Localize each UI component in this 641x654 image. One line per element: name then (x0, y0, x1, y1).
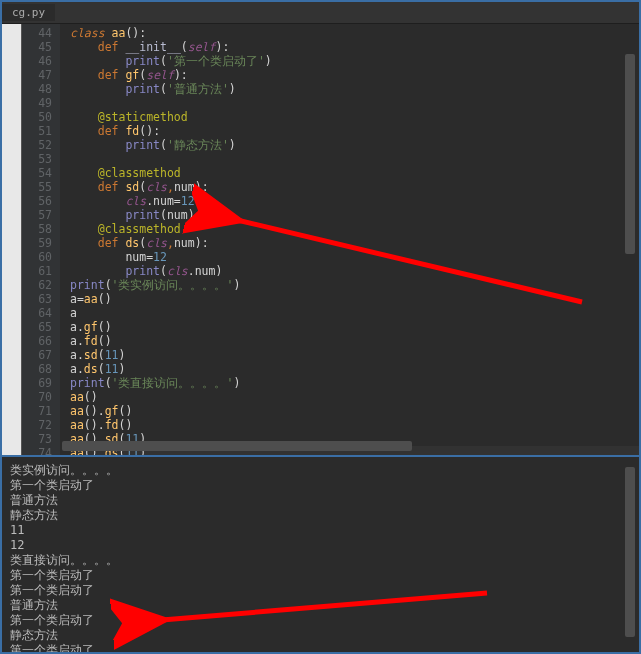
code-line[interactable]: print('静态方法') (70, 138, 639, 152)
line-number: 53 (22, 152, 52, 166)
code-line[interactable]: a.gf() (70, 320, 639, 334)
output-line: 静态方法 (10, 508, 631, 523)
code-line[interactable]: print('类直接访问。。。。') (70, 376, 639, 390)
line-number: 51 (22, 124, 52, 138)
line-number: 52 (22, 138, 52, 152)
line-number: 72 (22, 418, 52, 432)
code-line[interactable]: aa().gf() (70, 404, 639, 418)
code-line[interactable]: a (70, 306, 639, 320)
line-number: 50 (22, 110, 52, 124)
code-line[interactable]: print('第一个类启动了') (70, 54, 639, 68)
tab-bar: cg.py (2, 2, 639, 24)
output-line: 类实例访问。。。。 (10, 463, 631, 478)
output-line: 第一个类启动了 (10, 478, 631, 493)
line-number: 46 (22, 54, 52, 68)
code-line[interactable]: cls.num=12 (70, 194, 639, 208)
code-line[interactable] (70, 96, 639, 110)
line-number: 55 (22, 180, 52, 194)
code-line[interactable]: def ds(cls,num): (70, 236, 639, 250)
line-number: 67 (22, 348, 52, 362)
line-number: 61 (22, 264, 52, 278)
output-line: 11 (10, 523, 631, 538)
editor-panel: cg.py 4445464748495051525354555657585960… (2, 2, 639, 457)
line-number: 60 (22, 250, 52, 264)
line-number: 71 (22, 404, 52, 418)
output-line: 第一个类启动了 (10, 583, 631, 598)
line-number: 65 (22, 320, 52, 334)
line-number: 48 (22, 82, 52, 96)
line-number: 59 (22, 236, 52, 250)
main-container: cg.py 4445464748495051525354555657585960… (0, 0, 641, 654)
code-line[interactable]: aa() (70, 390, 639, 404)
line-number-gutter: 4445464748495051525354555657585960616263… (22, 24, 60, 455)
line-number: 54 (22, 166, 52, 180)
output-line: 第一个类启动了 (10, 568, 631, 583)
line-number: 69 (22, 376, 52, 390)
left-margin-strip (2, 24, 22, 455)
code-line[interactable]: def sd(cls,num): (70, 180, 639, 194)
output-line: 第一个类启动了 (10, 643, 631, 652)
line-number: 63 (22, 292, 52, 306)
code-line[interactable]: @classmethod (70, 222, 639, 236)
output-line: 第一个类启动了 (10, 613, 631, 628)
horizontal-scrollbar[interactable] (62, 441, 412, 451)
output-panel: 类实例访问。。。。第一个类启动了普通方法静态方法1112类直接访问。。。。第一个… (2, 457, 639, 652)
file-tab[interactable]: cg.py (2, 4, 55, 21)
output-line: 12 (10, 538, 631, 553)
output-line: 类直接访问。。。。 (10, 553, 631, 568)
code-line[interactable]: aa().fd() (70, 418, 639, 432)
line-number: 56 (22, 194, 52, 208)
code-line[interactable]: def fd(): (70, 124, 639, 138)
output-line: 静态方法 (10, 628, 631, 643)
code-line[interactable]: @classmethod (70, 166, 639, 180)
code-line[interactable]: @staticmethod (70, 110, 639, 124)
code-line[interactable]: def __init__(self): (70, 40, 639, 54)
line-number: 73 (22, 432, 52, 446)
code-area: 4445464748495051525354555657585960616263… (2, 24, 639, 455)
line-number: 62 (22, 278, 52, 292)
code-line[interactable]: def gf(self): (70, 68, 639, 82)
code-line[interactable]: a=aa() (70, 292, 639, 306)
output-line: 普通方法 (10, 493, 631, 508)
line-number: 70 (22, 390, 52, 404)
code-line[interactable]: class aa(): (70, 26, 639, 40)
line-number: 45 (22, 40, 52, 54)
output-content[interactable]: 类实例访问。。。。第一个类启动了普通方法静态方法1112类直接访问。。。。第一个… (2, 457, 639, 652)
line-number: 74 (22, 446, 52, 455)
vertical-scrollbar[interactable] (625, 54, 635, 254)
code-line[interactable] (70, 152, 639, 166)
code-line[interactable]: a.ds(11) (70, 362, 639, 376)
code-line[interactable]: print('普通方法') (70, 82, 639, 96)
code-line[interactable]: print(num) (70, 208, 639, 222)
line-number: 49 (22, 96, 52, 110)
code-line[interactable]: print(cls.num) (70, 264, 639, 278)
code-line[interactable]: num=12 (70, 250, 639, 264)
code-line[interactable]: print('类实例访问。。。。') (70, 278, 639, 292)
code-line[interactable]: a.sd(11) (70, 348, 639, 362)
code-content[interactable]: class aa(): def __init__(self): print('第… (60, 24, 639, 455)
line-number: 44 (22, 26, 52, 40)
line-number: 57 (22, 208, 52, 222)
output-line: 普通方法 (10, 598, 631, 613)
line-number: 66 (22, 334, 52, 348)
code-line[interactable]: a.fd() (70, 334, 639, 348)
line-number: 58 (22, 222, 52, 236)
line-number: 68 (22, 362, 52, 376)
line-number: 64 (22, 306, 52, 320)
line-number: 47 (22, 68, 52, 82)
output-scrollbar[interactable] (625, 467, 635, 637)
